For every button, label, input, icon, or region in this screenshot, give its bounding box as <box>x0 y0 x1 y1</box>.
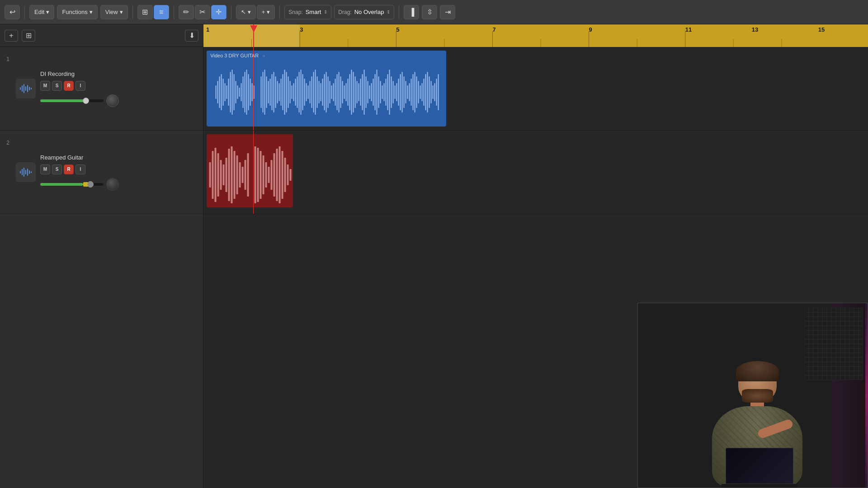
add-tool-button[interactable]: + ▾ <box>257 5 275 19</box>
svg-rect-164 <box>260 151 262 199</box>
svg-rect-144 <box>434 83 435 101</box>
svg-rect-9 <box>24 168 24 177</box>
input-button-1[interactable]: I <box>75 81 85 91</box>
svg-rect-89 <box>335 79 336 106</box>
solo-button-2[interactable]: S <box>52 164 62 174</box>
svg-rect-155 <box>231 146 233 203</box>
svg-rect-0 <box>20 87 21 90</box>
svg-rect-178 <box>804 308 863 380</box>
svg-rect-31 <box>225 83 226 101</box>
timeline-ruler[interactable]: 1 3 5 7 9 11 13 <box>203 24 868 47</box>
fader-fill-2 <box>40 183 83 186</box>
svg-rect-100 <box>355 76 356 108</box>
snap-chevron: ⇕ <box>324 9 327 14</box>
skip-end-button[interactable]: ⇥ <box>440 5 455 19</box>
track-lane-1[interactable]: Video 3 DRY GUITAR ○ <box>203 47 868 131</box>
svg-rect-148 <box>212 151 214 199</box>
audio-clip-2[interactable] <box>207 134 293 207</box>
input-button-2[interactable]: I <box>75 164 85 174</box>
record-button-2[interactable]: R <box>64 164 74 174</box>
svg-rect-116 <box>384 83 385 101</box>
svg-rect-157 <box>236 155 238 194</box>
align-button[interactable]: ⇳ <box>422 5 437 19</box>
volume-fader-1[interactable] <box>40 99 104 102</box>
mute-button-1[interactable]: M <box>40 81 50 91</box>
svg-rect-2 <box>24 84 24 93</box>
svg-rect-92 <box>340 76 341 108</box>
back-icon: ↩ <box>9 8 15 16</box>
svg-rect-138 <box>424 79 425 106</box>
volume-fader-2[interactable] <box>40 183 104 186</box>
svg-rect-45 <box>250 79 251 106</box>
drag-group[interactable]: Drag: No Overlap ⇕ <box>334 5 394 19</box>
drag-label: Drag: <box>338 9 351 15</box>
snap-tool-button[interactable]: ✛ <box>211 5 226 19</box>
track-lane-2[interactable] <box>203 131 868 214</box>
svg-rect-3 <box>25 86 26 91</box>
separator-4 <box>231 5 231 19</box>
acoustic-foam-panel <box>804 308 863 380</box>
svg-rect-40 <box>241 83 242 101</box>
pencil-tool-button[interactable]: ✏ <box>179 5 194 19</box>
svg-rect-99 <box>353 72 354 113</box>
svg-rect-5 <box>29 87 30 90</box>
audio-clip-1[interactable]: Video 3 DRY GUITAR ○ <box>207 51 446 127</box>
record-button-1[interactable]: R <box>64 81 74 91</box>
cursor-group: ↖ ▾ + ▾ <box>236 5 275 19</box>
mute-button-2[interactable]: M <box>40 164 50 174</box>
drag-value: No Overlap <box>354 9 384 15</box>
svg-rect-117 <box>386 79 387 106</box>
svg-rect-170 <box>276 149 278 201</box>
svg-rect-35 <box>232 70 233 115</box>
svg-rect-132 <box>413 74 414 110</box>
pan-knob-1[interactable] <box>106 94 119 107</box>
list-view-button[interactable]: ≡ <box>154 5 169 19</box>
svg-rect-58 <box>279 83 280 101</box>
snap-icon: ✛ <box>216 8 222 16</box>
fader-thumb-2[interactable] <box>87 181 94 188</box>
svg-rect-53 <box>270 79 271 106</box>
grid-view-button[interactable]: ⊞ <box>137 5 153 19</box>
pencil-icon: ✏ <box>183 8 189 16</box>
svg-rect-168 <box>271 160 273 190</box>
view-menu-button[interactable]: View ▾ <box>100 5 128 19</box>
svg-rect-110 <box>373 79 374 106</box>
list-icon: ≡ <box>159 8 163 16</box>
track-area: 1 3 5 7 9 11 13 <box>203 24 868 488</box>
edit-menu-button[interactable]: Edit ▾ <box>29 5 54 19</box>
svg-rect-78 <box>315 70 316 115</box>
svg-rect-11 <box>27 169 28 176</box>
svg-rect-33 <box>228 79 229 106</box>
pan-knob-2[interactable] <box>106 178 119 191</box>
scissors-tool-button[interactable]: ✂ <box>195 5 210 19</box>
svg-rect-146 <box>438 74 439 110</box>
functions-chevron: ▾ <box>90 9 93 15</box>
pointer-tool-button[interactable]: ↖ ▾ <box>236 5 256 19</box>
separator-2 <box>132 5 133 19</box>
svg-rect-156 <box>234 151 236 199</box>
svg-rect-91 <box>339 72 340 113</box>
svg-rect-75 <box>310 81 311 103</box>
back-button[interactable]: ↩ <box>5 5 20 19</box>
functions-menu-button[interactable]: Functions ▾ <box>57 5 97 19</box>
svg-rect-151 <box>220 160 222 190</box>
skip-end-icon: ⇥ <box>445 8 451 16</box>
svg-rect-104 <box>362 74 363 110</box>
svg-rect-94 <box>344 85 345 99</box>
view-chevron: ▾ <box>120 9 123 15</box>
svg-rect-64 <box>290 81 291 103</box>
add-folder-button[interactable]: ⊞ <box>22 30 35 42</box>
svg-rect-119 <box>389 70 390 115</box>
fader-thumb-1[interactable] <box>83 98 89 104</box>
add-track-button[interactable]: + <box>5 30 18 42</box>
download-button[interactable]: ⬇ <box>185 30 198 42</box>
svg-rect-57 <box>277 81 278 103</box>
svg-rect-107 <box>368 81 368 103</box>
svg-rect-142 <box>431 81 432 103</box>
solo-button-1[interactable]: S <box>52 81 62 91</box>
svg-rect-43 <box>246 70 247 115</box>
level-meter-button[interactable]: ▐ <box>404 5 419 19</box>
snap-group[interactable]: Snap: Smart ⇕ <box>284 5 331 19</box>
svg-rect-63 <box>288 76 289 108</box>
svg-rect-47 <box>254 85 255 99</box>
